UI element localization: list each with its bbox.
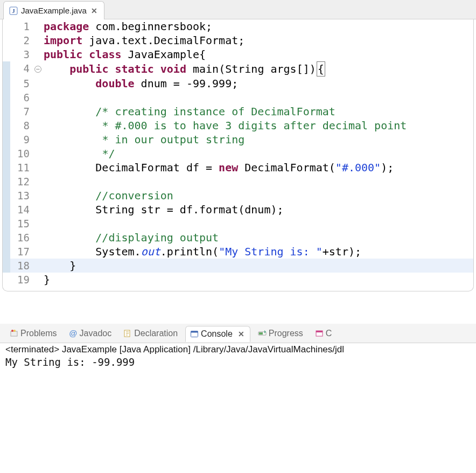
code-text[interactable]: double dnum = -99.999;	[43, 76, 473, 91]
comment: * in our output string	[102, 133, 244, 146]
code-text[interactable]: * #.000 is to have 3 digits after decima…	[43, 119, 473, 133]
code-token	[44, 147, 102, 160]
fold-toggle[interactable]: −	[33, 61, 43, 76]
code-text[interactable]: String str = df.format(dnum);	[43, 203, 473, 217]
tab-problems[interactable]: Problems	[5, 326, 61, 341]
code-line[interactable]: 13 //conversion	[3, 189, 473, 203]
fold-toggle	[33, 217, 43, 231]
code-text[interactable]: public static void main(String args[]){	[43, 61, 473, 76]
keyword: public	[69, 62, 108, 75]
svg-text:J: J	[12, 8, 15, 14]
code-text[interactable]: public class JavaExample{	[43, 47, 473, 61]
code-text[interactable]	[43, 175, 473, 189]
code-line[interactable]: 18 }	[3, 259, 473, 273]
code-text[interactable]: }	[43, 259, 473, 273]
line-number: 8	[10, 119, 33, 133]
gutter-marker	[3, 19, 10, 33]
comment: //displaying output	[95, 231, 219, 244]
code-token: com.beginnersbook;	[89, 20, 212, 33]
code-line[interactable]: 1package com.beginnersbook;	[3, 19, 473, 33]
code-text[interactable]: import java.text.DecimalFormat;	[43, 33, 473, 47]
svg-point-3	[11, 330, 13, 332]
console-output: My String is: -99.999	[5, 356, 473, 368]
svg-rect-7	[191, 331, 198, 332]
fold-toggle	[33, 105, 43, 119]
code-text[interactable]: //conversion	[43, 189, 473, 203]
gutter-marker	[3, 217, 10, 231]
code-text[interactable]: package com.beginnersbook;	[43, 19, 473, 33]
code-text[interactable]: }	[43, 273, 473, 287]
code-line[interactable]: 8 * #.000 is to have 3 digits after deci…	[3, 119, 473, 133]
code-line[interactable]: 15	[3, 217, 473, 231]
line-number: 13	[10, 189, 33, 203]
console-status: <terminated> JavaExample [Java Applicati…	[5, 344, 473, 355]
code-token: main(String args[])	[186, 62, 316, 75]
code-line[interactable]: 19}	[3, 273, 473, 287]
keyword: new	[219, 161, 238, 174]
code-line[interactable]: 14 String str = df.format(dnum);	[3, 203, 473, 217]
code-token: DecimalFormat df =	[44, 161, 219, 174]
tab-problems-label: Problems	[20, 329, 57, 338]
code-text[interactable]: /* creating instance of DecimalFormat	[43, 105, 473, 119]
code-token: String str = df.format(dnum);	[44, 203, 284, 216]
field-ref: out	[141, 245, 160, 258]
editor-tab-javaexample[interactable]: J JavaExample.java ✕	[3, 1, 104, 19]
fold-toggle	[33, 273, 43, 287]
fold-toggle	[33, 76, 43, 91]
tab-progress[interactable]: Progress	[254, 326, 307, 341]
code-line[interactable]: 10 */	[3, 147, 473, 161]
fold-toggle	[33, 47, 43, 61]
code-text[interactable]	[43, 91, 473, 105]
line-number: 3	[10, 47, 33, 61]
fold-toggle	[33, 175, 43, 189]
code-token: java.text.DecimalFormat;	[82, 34, 244, 47]
code-token: }	[44, 259, 76, 272]
gutter-marker	[3, 133, 10, 147]
tab-javadoc-label: Javadoc	[80, 329, 112, 338]
code-line[interactable]: 2import java.text.DecimalFormat;	[3, 33, 473, 47]
java-file-icon: J	[9, 6, 18, 15]
gutter-marker	[3, 231, 10, 245]
svg-rect-11	[316, 331, 323, 332]
line-number: 19	[10, 273, 33, 287]
keyword: void	[160, 62, 186, 75]
code-line[interactable]: 5 double dnum = -99.999;	[3, 76, 473, 91]
gutter-marker	[3, 203, 10, 217]
code-text[interactable]: DecimalFormat df = new DecimalFormat("#.…	[43, 161, 473, 175]
tab-extra[interactable]: C	[311, 326, 337, 341]
code-text[interactable]: * in our output string	[43, 133, 473, 147]
gutter-marker	[3, 245, 10, 259]
gutter-marker	[3, 273, 10, 287]
close-icon[interactable]: ✕	[90, 6, 99, 15]
code-editor[interactable]: 1package com.beginnersbook;2import java.…	[2, 19, 474, 291]
console-close-icon[interactable]: ✕	[237, 330, 246, 338]
line-number: 5	[10, 76, 33, 91]
code-token	[44, 119, 102, 132]
code-text[interactable]: */	[43, 147, 473, 161]
tab-javadoc[interactable]: @ Javadoc	[65, 326, 116, 341]
code-text[interactable]: System.out.println("My String is: "+str)…	[43, 245, 473, 259]
fold-toggle	[33, 133, 43, 147]
code-line[interactable]: 16 //displaying output	[3, 231, 473, 245]
code-line[interactable]: 7 /* creating instance of DecimalFormat	[3, 105, 473, 119]
code-line[interactable]: 12	[3, 175, 473, 189]
code-text[interactable]: //displaying output	[43, 231, 473, 245]
tab-console[interactable]: Console ✕	[185, 326, 250, 342]
fold-minus-icon: −	[34, 66, 41, 73]
code-line[interactable]: 6	[3, 91, 473, 105]
line-number: 16	[10, 231, 33, 245]
line-number: 2	[10, 33, 33, 47]
code-line[interactable]: 9 * in our output string	[3, 133, 473, 147]
svg-point-4	[13, 330, 16, 332]
code-text[interactable]	[43, 217, 473, 231]
line-number: 9	[10, 133, 33, 147]
code-line[interactable]: 3public class JavaExample{	[3, 47, 473, 61]
code-line[interactable]: 4− public static void main(String args[]…	[3, 61, 473, 76]
tab-declaration[interactable]: Declaration	[119, 326, 182, 341]
comment: //conversion	[95, 189, 173, 202]
code-line[interactable]: 17 System.out.println("My String is: "+s…	[3, 245, 473, 259]
line-number: 7	[10, 105, 33, 119]
keyword: class	[89, 48, 121, 61]
code-line[interactable]: 11 DecimalFormat df = new DecimalFormat(…	[3, 161, 473, 175]
tab-console-label: Console	[201, 329, 233, 339]
